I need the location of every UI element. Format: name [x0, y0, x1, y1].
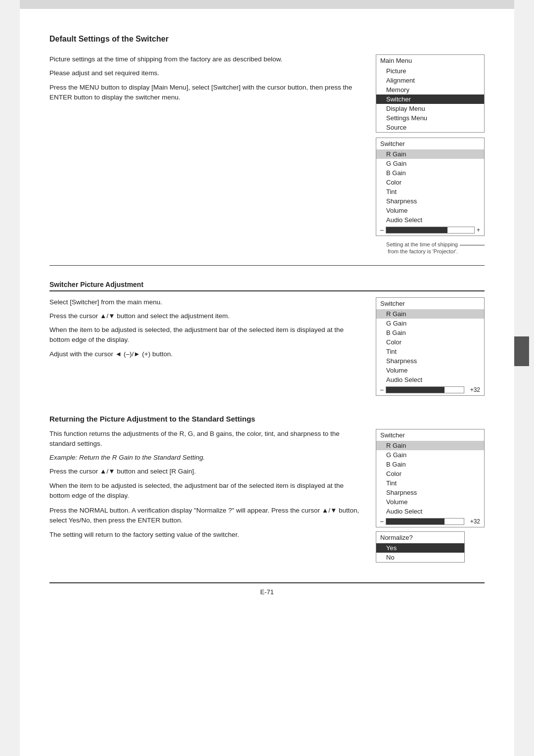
section2-subtitle: Switcher Picture Adjustment	[49, 281, 485, 291]
menu-item-display: Display Menu	[376, 104, 484, 113]
s2-item-volume: Volume	[376, 366, 484, 375]
s3-item-rgain[interactable]: R Gain	[376, 441, 484, 450]
menu-item-picture: Picture	[376, 66, 484, 76]
section1-title: Default Settings of the Switcher	[49, 35, 485, 44]
bar-minus3: –	[380, 518, 384, 525]
menu-item-alignment: Alignment	[376, 76, 484, 85]
s3-item-sharpness: Sharpness	[376, 488, 484, 497]
section2-para2: Press the cursor ▲/▼ button and select t…	[49, 311, 366, 321]
main-menu-title: Main Menu	[376, 55, 484, 66]
section1-para2: Please adjust and set required items.	[49, 68, 366, 78]
s2-item-bgain: B Gain	[376, 328, 484, 337]
bar-track2	[386, 386, 464, 393]
s2-item-color: Color	[376, 337, 484, 347]
s2-item-rgain[interactable]: R Gain	[376, 309, 484, 319]
switcher-item-color: Color	[376, 178, 484, 187]
top-bar	[20, 0, 514, 9]
section3-content: This function returns the adjustments of…	[49, 429, 485, 563]
section3-para1: This function returns the adjustments of…	[49, 429, 366, 449]
section2-para3: When the item to be adjusted is selected…	[49, 325, 366, 345]
s3-item-tint: Tint	[376, 478, 484, 488]
factory-label-line2: from the factory is 'Projector'.	[388, 248, 458, 254]
section1-content: Picture settings at the time of shipping…	[49, 54, 485, 255]
section3-title: Returning the Picture Adjustment to the …	[49, 415, 485, 423]
switcher-menu-box2: Switcher R Gain G Gain B Gain Color Tint…	[376, 297, 485, 396]
switcher-item-volume: Volume	[376, 206, 484, 215]
normalize-no[interactable]: No	[376, 553, 464, 562]
section3-para3: When the item to be adjusted is selected…	[49, 481, 366, 501]
bar-plus1: +	[477, 227, 480, 234]
section1-menus: Main Menu Picture Alignment Memory Switc…	[376, 54, 485, 255]
s2-item-ggain: G Gain	[376, 319, 484, 328]
adjustment-bar2: – +32	[376, 384, 484, 395]
switcher-menu-wrapper: Switcher R Gain G Gain B Gain Color Tint…	[376, 138, 485, 240]
menu-item-switcher[interactable]: Switcher	[376, 94, 484, 104]
normalize-title: Normalize?	[376, 532, 464, 543]
switcher-menu-box1: Switcher R Gain G Gain B Gain Color Tint…	[376, 138, 485, 236]
switcher-item-ggain: G Gain	[376, 159, 484, 168]
section3-text: This function returns the adjustments of…	[49, 429, 366, 544]
bar-fill3	[386, 519, 445, 524]
menu-item-source: Source	[376, 123, 484, 132]
section3-italic: Example: Return the R Gain to the Standa…	[49, 453, 366, 463]
normalize-yes[interactable]: Yes	[376, 543, 464, 553]
switcher-item-sharpness1: Sharpness	[376, 196, 484, 206]
bar-track3	[386, 518, 464, 525]
section2-menu: Switcher R Gain G Gain B Gain Color Tint…	[376, 297, 485, 400]
s2-item-sharpness: Sharpness	[376, 356, 484, 366]
bar-value3: +32	[466, 518, 480, 525]
bar-value2: +32	[466, 386, 480, 393]
switcher-item-audio: Audio Select	[376, 215, 484, 225]
s3-item-volume: Volume	[376, 497, 484, 507]
factory-label-line1: Setting at the time of shipping	[386, 241, 458, 247]
bar-track1	[386, 227, 475, 234]
right-tab	[514, 336, 529, 366]
factory-label: Setting at the time of shipping from the…	[376, 241, 485, 255]
footer: E-71	[49, 582, 485, 596]
bar-fill1	[386, 227, 448, 233]
s2-item-tint: Tint	[376, 347, 484, 356]
bar-fill2	[386, 387, 445, 393]
page: Default Settings of the Switcher Picture…	[20, 0, 514, 756]
switcher-item-bgain: B Gain	[376, 168, 484, 178]
factory-line	[460, 245, 485, 245]
switcher-menu-box3: Switcher R Gain G Gain B Gain Color Tint…	[376, 429, 485, 527]
menu-item-memory: Memory	[376, 85, 484, 94]
section3-para2: Press the cursor ▲/▼ button and select […	[49, 467, 366, 476]
bar-minus1: –	[380, 227, 384, 234]
divider1	[49, 265, 485, 266]
section2-para1: Select [Switcher] from the main menu.	[49, 297, 366, 307]
adjustment-bar3: – +32	[376, 516, 484, 527]
section2-para4: Adjust with the cursor ◄ (–)/► (+) butto…	[49, 349, 366, 359]
switcher-menu-title2: Switcher	[376, 298, 484, 309]
switcher-item-tint: Tint	[376, 187, 484, 196]
s2-item-audio: Audio Select	[376, 375, 484, 384]
section3-para4: Press the NORMAL button. A verification …	[49, 506, 366, 526]
section1-para3: Press the MENU button to display [Main M…	[49, 83, 366, 103]
menu-item-settings: Settings Menu	[376, 113, 484, 123]
switcher-item-rgain[interactable]: R Gain	[376, 149, 484, 159]
section2-content: Select [Switcher] from the main menu. Pr…	[49, 297, 485, 400]
section3-menus: Switcher R Gain G Gain B Gain Color Tint…	[376, 429, 485, 563]
s3-item-color: Color	[376, 469, 484, 478]
bar-minus2: –	[380, 386, 384, 393]
section1: Default Settings of the Switcher Picture…	[49, 35, 485, 255]
main-menu-box: Main Menu Picture Alignment Memory Switc…	[376, 54, 485, 133]
section1-para1: Picture settings at the time of shipping…	[49, 54, 366, 64]
factory-label-text: Setting at the time of shipping from the…	[386, 241, 458, 255]
s3-item-audio: Audio Select	[376, 507, 484, 516]
switcher-menu-title3: Switcher	[376, 429, 484, 441]
section1-text: Picture settings at the time of shipping…	[49, 54, 366, 106]
section3-para5: The setting will return to the factory s…	[49, 530, 366, 540]
adjustment-bar1: – +	[376, 225, 484, 236]
section2: Switcher Picture Adjustment Select [Swit…	[49, 281, 485, 400]
section3: Returning the Picture Adjustment to the …	[49, 415, 485, 563]
normalize-box: Normalize? Yes No	[376, 531, 465, 563]
s3-item-ggain: G Gain	[376, 450, 484, 460]
section2-text: Select [Switcher] from the main menu. Pr…	[49, 297, 366, 363]
s3-item-bgain: B Gain	[376, 460, 484, 469]
footer-text: E-71	[260, 588, 273, 596]
switcher-menu-title1: Switcher	[376, 138, 484, 149]
